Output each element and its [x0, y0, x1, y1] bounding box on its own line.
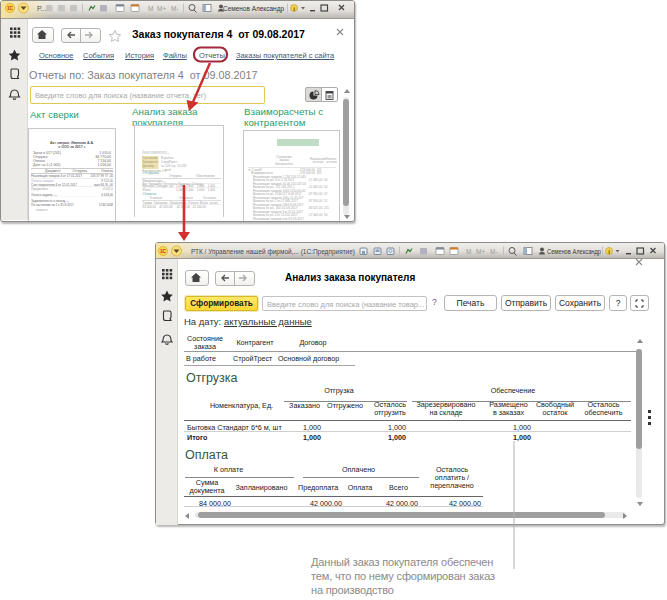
svg-text:1С: 1С: [7, 6, 14, 11]
svg-text:М: М: [148, 5, 153, 12]
svg-text:1С: 1С: [160, 249, 167, 254]
svg-text:Р...: Р...: [37, 5, 46, 12]
svg-text:М+: М+: [157, 5, 166, 12]
svg-text:Семенов Александр: Семенов Александр: [223, 5, 284, 13]
svg-text:М-: М-: [490, 248, 498, 255]
svg-text:М: М: [466, 248, 471, 255]
svg-text:РТК / Управление нашей фирмой,: РТК / Управление нашей фирмой,... (1С:Пр…: [191, 248, 355, 256]
svg-text:М-: М-: [171, 5, 179, 12]
svg-text:Семенов Александр: Семенов Александр: [547, 248, 601, 256]
svg-text:М+: М+: [476, 248, 485, 255]
